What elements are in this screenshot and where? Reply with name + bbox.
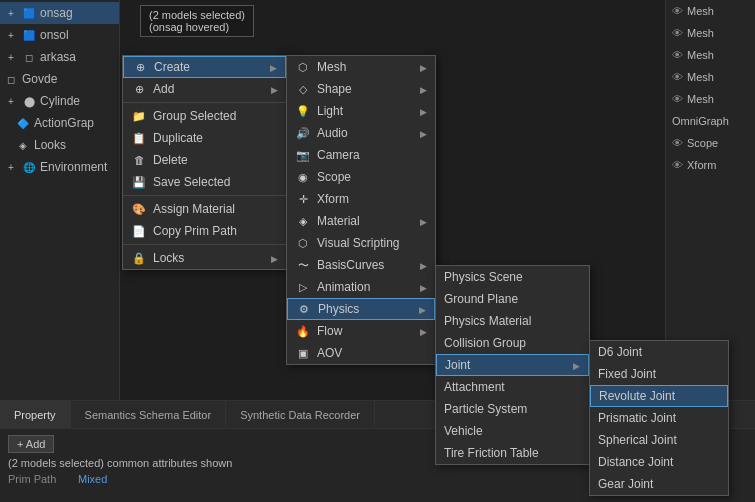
context-menu-3: Physics Scene Ground Plane Physics Mater… <box>435 265 590 465</box>
menu-item-add[interactable]: ⊕ Add <box>123 78 286 100</box>
tree-item-onsol[interactable]: + 🟦 onsol <box>0 24 119 46</box>
cube-icon: ◻ <box>4 72 18 86</box>
cube-icon: 🟦 <box>22 28 36 42</box>
menu-item-spherical-joint[interactable]: Spherical Joint <box>590 429 728 451</box>
menu-item-group[interactable]: 📁 Group Selected <box>123 105 286 127</box>
context-menu-2: ⬡ Mesh ◇ Shape 💡 Light 🔊 Audio 📷 Camera … <box>286 55 436 365</box>
menu-item-revolute-joint[interactable]: Revolute Joint <box>590 385 728 407</box>
tree-item-onsag[interactable]: + 🟦 onsag <box>0 2 119 24</box>
submenu-arrow <box>271 253 278 264</box>
submenu-arrow <box>420 326 427 337</box>
scope-icon: ◉ <box>295 171 311 184</box>
tab-property[interactable]: Property <box>0 401 71 428</box>
add-icon: + <box>4 28 18 42</box>
menu-item-vehicle[interactable]: Vehicle <box>436 420 589 442</box>
menu-item-shape[interactable]: ◇ Shape <box>287 78 435 100</box>
right-item-2: 👁 Mesh <box>666 44 755 66</box>
tree-item-arkasa[interactable]: + ◻ arkasa <box>0 46 119 68</box>
menu-item-physics-scene[interactable]: Physics Scene <box>436 266 589 288</box>
flow-icon: 🔥 <box>295 325 311 338</box>
menu-item-ground-plane[interactable]: Ground Plane <box>436 288 589 310</box>
submenu-arrow <box>420 216 427 227</box>
add-icon: + <box>4 50 18 64</box>
menu-item-save[interactable]: 💾 Save Selected <box>123 171 286 193</box>
shape-icon: ◇ <box>295 83 311 96</box>
menu-item-scope[interactable]: ◉ Scope <box>287 166 435 188</box>
menu-item-light[interactable]: 💡 Light <box>287 100 435 122</box>
menu-item-assign-material[interactable]: 🎨 Assign Material <box>123 198 286 220</box>
context-menu-4: D6 Joint Fixed Joint Revolute Joint Pris… <box>589 340 729 496</box>
tree-item-environment[interactable]: + 🌐 Environment <box>0 156 119 178</box>
menu-item-locks[interactable]: 🔒 Locks <box>123 247 286 269</box>
separator <box>123 195 286 196</box>
menu-item-distance-joint[interactable]: Distance Joint <box>590 451 728 473</box>
menu-item-physics-material[interactable]: Physics Material <box>436 310 589 332</box>
right-item-0: 👁 Mesh <box>666 0 755 22</box>
add-button[interactable]: + Add <box>8 435 54 453</box>
camera-icon: 📷 <box>295 149 311 162</box>
menu-item-attachment[interactable]: Attachment <box>436 376 589 398</box>
menu-item-flow[interactable]: 🔥 Flow <box>287 320 435 342</box>
tree-item-cylinde[interactable]: + ⬤ Cylinde <box>0 90 119 112</box>
submenu-arrow <box>573 360 580 371</box>
tree-item-govde[interactable]: ◻ Govde <box>0 68 119 90</box>
tab-semantics[interactable]: Semantics Schema Editor <box>71 401 227 428</box>
tab-synthetic[interactable]: Synthetic Data Recorder <box>226 401 375 428</box>
menu-item-gear-joint[interactable]: Gear Joint <box>590 473 728 495</box>
material-icon: 🎨 <box>131 203 147 216</box>
right-item-6: 👁 Scope <box>666 132 755 154</box>
add-icon: + <box>4 160 18 174</box>
tree-item-looks[interactable]: ◈ Looks <box>0 134 119 156</box>
tree-item-actiongrap[interactable]: 🔷 ActionGrap <box>0 112 119 134</box>
aov-icon: ▣ <box>295 347 311 360</box>
eye-icon: 👁 <box>672 159 683 171</box>
prim-path-label: Prim Path <box>8 473 78 485</box>
submenu-arrow <box>420 106 427 117</box>
delete-icon: 🗑 <box>131 154 147 166</box>
menu-item-mesh[interactable]: ⬡ Mesh <box>287 56 435 78</box>
menu-item-xform[interactable]: ✛ Xform <box>287 188 435 210</box>
menu-item-fixed-joint[interactable]: Fixed Joint <box>590 363 728 385</box>
menu-item-physics[interactable]: ⚙ Physics <box>287 298 435 320</box>
mesh-icon: ⬡ <box>295 61 311 74</box>
menu-item-audio[interactable]: 🔊 Audio <box>287 122 435 144</box>
menu-item-aov[interactable]: ▣ AOV <box>287 342 435 364</box>
submenu-arrow <box>271 84 278 95</box>
create-icon: ⊕ <box>132 61 148 74</box>
xform-icon: ✛ <box>295 193 311 206</box>
separator <box>123 244 286 245</box>
menu-item-d6-joint[interactable]: D6 Joint <box>590 341 728 363</box>
submenu-arrow <box>420 260 427 271</box>
menu-item-joint[interactable]: Joint <box>436 354 589 376</box>
menu-item-material[interactable]: ◈ Material <box>287 210 435 232</box>
menu-item-create[interactable]: ⊕ Create <box>123 56 286 78</box>
eye-icon: 👁 <box>672 49 683 61</box>
menu-item-visual-scripting[interactable]: ⬡ Visual Scripting <box>287 232 435 254</box>
copy-icon: 📄 <box>131 225 147 238</box>
menu-item-animation[interactable]: ▷ Animation <box>287 276 435 298</box>
menu-item-basiscurves[interactable]: 〜 BasisCurves <box>287 254 435 276</box>
menu-item-duplicate[interactable]: 📋 Duplicate <box>123 127 286 149</box>
separator <box>123 102 286 103</box>
duplicate-icon: 📋 <box>131 132 147 145</box>
looks-icon: ◈ <box>16 138 30 152</box>
menu-item-copy-path[interactable]: 📄 Copy Prim Path <box>123 220 286 242</box>
graph-icon: 🔷 <box>16 116 30 130</box>
audio-icon: 🔊 <box>295 127 311 140</box>
cube-icon: ◻ <box>22 50 36 64</box>
cube-icon: 🟦 <box>22 6 36 20</box>
menu-item-delete[interactable]: 🗑 Delete <box>123 149 286 171</box>
right-item-3: 👁 Mesh <box>666 66 755 88</box>
lock-icon: 🔒 <box>131 252 147 265</box>
submenu-arrow <box>420 128 427 139</box>
menu-item-particle-system[interactable]: Particle System <box>436 398 589 420</box>
scripting-icon: ⬡ <box>295 237 311 250</box>
menu-item-prismatic-joint[interactable]: Prismatic Joint <box>590 407 728 429</box>
group-icon: 📁 <box>131 110 147 123</box>
menu-item-tire-friction[interactable]: Tire Friction Table <box>436 442 589 464</box>
right-item-5: OmniGraph <box>666 110 755 132</box>
menu-item-collision-group[interactable]: Collision Group <box>436 332 589 354</box>
physics-icon: ⚙ <box>296 303 312 316</box>
menu-item-camera[interactable]: 📷 Camera <box>287 144 435 166</box>
submenu-arrow <box>270 62 277 73</box>
